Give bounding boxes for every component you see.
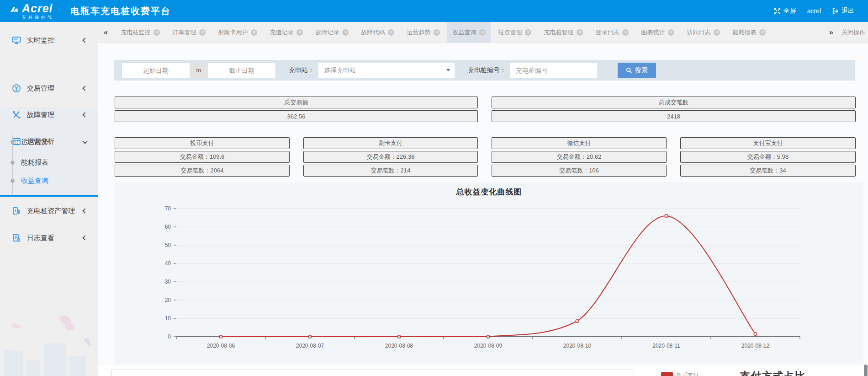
tab-access-log[interactable]: 访问日志× xyxy=(682,22,725,43)
chevron-left-icon xyxy=(82,208,87,213)
sidebar-subitem-operation-trend[interactable]: 运营趋势 xyxy=(0,136,98,148)
top-header: Acrel 安科瑞电气 电瓶车充电桩收费平台 全屏 acrel xyxy=(0,0,868,22)
tab-close-icon[interactable]: × xyxy=(388,29,394,36)
logo-sub-text: 安科瑞电气 xyxy=(22,16,54,20)
tab-close-icon[interactable]: × xyxy=(714,29,720,36)
total-amount-box: 总交易额 362.56 xyxy=(115,97,478,124)
station-select[interactable]: 选择充电站 xyxy=(318,63,455,78)
search-button[interactable]: 搜索 xyxy=(618,63,656,78)
search-icon xyxy=(626,67,632,74)
date-range-picker: to xyxy=(122,63,276,78)
logout-button[interactable]: 退出 xyxy=(828,7,858,15)
pile-number-input[interactable] xyxy=(510,63,598,78)
sidebar-item-fault-mgmt[interactable]: 故障管理 xyxy=(0,108,98,122)
tab-close-icon[interactable]: × xyxy=(342,29,349,36)
legend-swatch-red[interactable] xyxy=(661,372,673,376)
tab-fault-codes[interactable]: 故障代码× xyxy=(356,22,399,43)
tab-station-monitor[interactable]: 充电站监控× xyxy=(116,22,165,43)
start-date-input[interactable] xyxy=(122,63,190,78)
tab-operation-trend[interactable]: 运营趋势× xyxy=(402,22,445,43)
tab-chart-stats[interactable]: 图表统计× xyxy=(636,22,679,43)
end-date-input[interactable] xyxy=(208,63,275,78)
tab-pile-mgmt[interactable]: 充电桩管理× xyxy=(539,22,588,43)
sidebar-item-pile-assets[interactable]: 充电桩资产管理 xyxy=(0,204,98,218)
fault-icon xyxy=(12,110,21,119)
tab-site-mgmt[interactable]: 站点管理× xyxy=(493,22,536,43)
payment-amount: 交易金额：226.36 xyxy=(303,151,478,163)
tab-close-icon[interactable]: × xyxy=(251,29,257,36)
fullscreen-button[interactable]: 全屏 xyxy=(770,7,800,15)
svg-text:2020-08-07: 2020-08-07 xyxy=(296,343,324,349)
select-dropdown-icon[interactable] xyxy=(441,63,455,78)
tab-order-mgmt[interactable]: 订单管理× xyxy=(167,22,211,43)
payment-name: 投币支付 xyxy=(115,137,290,149)
sidebar-item-log-view[interactable]: 日志查看 xyxy=(0,231,98,245)
tab-close-icon[interactable]: × xyxy=(577,29,583,36)
tabs-scroll-left-icon[interactable]: « xyxy=(98,28,113,37)
vertical-scrollbar[interactable] xyxy=(864,365,868,376)
filter-bar: to 充电站： 选择充电站 充电桩编号： 搜索 xyxy=(114,60,855,81)
tab-close-icon[interactable]: × xyxy=(668,29,674,36)
log-icon xyxy=(12,233,21,242)
payment-box-coin: 投币支付 交易金额：109.6 交易笔数：2064 xyxy=(115,137,290,178)
tab-close-icon[interactable]: × xyxy=(153,29,160,36)
sidebar-nav: 实时监控 交易管理 故障管理 运营分析 运营趋势 能耗报表 xyxy=(0,22,98,376)
sidebar-item-realtime-monitor[interactable]: 实时监控 xyxy=(0,33,98,47)
chevron-left-icon xyxy=(82,38,87,43)
logo-main-text: Acrel xyxy=(22,3,54,14)
revenue-line-chart: 0102030405060702020-08-062020-08-072020-… xyxy=(140,204,825,357)
total-count-label: 总成交笔数 xyxy=(492,97,856,108)
svg-text:30: 30 xyxy=(165,279,171,285)
tab-fault-records[interactable]: 故障记录× xyxy=(310,22,354,43)
sidebar-subitem-energy-report[interactable]: 能耗报表 xyxy=(0,156,98,168)
tab-recharge-records[interactable]: 充值记录× xyxy=(265,22,308,43)
tab-revenue-query[interactable]: 收益查询× xyxy=(447,22,491,43)
page-title: 电瓶车充电桩收费平台 xyxy=(70,5,171,17)
tab-close-icon[interactable]: × xyxy=(525,29,531,36)
total-count-box: 总成交笔数 2418 xyxy=(492,97,856,124)
butterfly-decoration xyxy=(10,320,24,332)
revenue-chart-panel: 总收益变化曲线图 0102030405060702020-08-062020-0… xyxy=(115,182,863,364)
payment-count: 交易笔数：106 xyxy=(492,165,667,177)
charging-pile-icon xyxy=(12,206,21,215)
sidebar-item-transaction-mgmt[interactable]: 交易管理 xyxy=(0,81,98,95)
close-operations-button[interactable]: 关闭操作 xyxy=(839,28,868,37)
svg-text:2020-08-06: 2020-08-06 xyxy=(207,343,235,349)
payment-count: 交易笔数：34 xyxy=(680,165,856,177)
sidebar-subitem-revenue-query[interactable]: 收益查询 xyxy=(0,175,98,187)
payment-amount: 交易金额：5.98 xyxy=(680,151,856,163)
tab-rfid-users[interactable]: 射频卡用户× xyxy=(213,22,262,43)
tab-close-icon[interactable]: × xyxy=(199,29,206,36)
total-count-value: 2418 xyxy=(492,110,856,122)
tab-close-icon[interactable]: × xyxy=(296,29,303,36)
butterfly-decoration xyxy=(81,337,95,349)
svg-text:0: 0 xyxy=(168,333,171,340)
pie-chart-placeholder xyxy=(111,370,634,376)
tab-energy-report[interactable]: 能耗报表× xyxy=(727,22,771,43)
payment-amount: 交易金额：20.62 xyxy=(492,151,667,163)
payment-name: 刷卡支付 xyxy=(303,137,478,149)
bullet-dot-icon xyxy=(11,179,15,183)
username[interactable]: acrel xyxy=(804,7,825,15)
tab-close-icon[interactable]: × xyxy=(479,29,486,36)
payment-ratio-panel: 投币支付 支付方式占比 xyxy=(98,366,868,376)
tab-close-icon[interactable]: × xyxy=(622,29,629,36)
station-select-value: 选择充电站 xyxy=(324,66,356,75)
payment-box-wechat: 微信支付 交易金额：20.62 交易笔数：106 xyxy=(492,137,667,178)
date-range-separator: to xyxy=(190,67,208,74)
tab-close-icon[interactable]: × xyxy=(759,29,766,36)
sidebar-decoration xyxy=(0,312,98,376)
butterfly-decoration xyxy=(55,312,80,336)
monitor-icon xyxy=(12,36,21,45)
tabs-scroll-right-icon[interactable]: » xyxy=(824,28,839,37)
logout-icon xyxy=(832,8,839,15)
chevron-left-icon xyxy=(82,235,87,240)
tab-login-log[interactable]: 登录日志× xyxy=(590,22,634,43)
tab-close-icon[interactable]: × xyxy=(434,29,440,36)
bullet-dot-icon xyxy=(11,140,15,144)
legend-label[interactable]: 投币支付 xyxy=(677,371,699,376)
pile-number-label: 充电桩编号： xyxy=(468,66,506,75)
svg-text:10: 10 xyxy=(165,315,171,322)
payment-box-alipay: 支付宝支付 交易金额：5.98 交易笔数：34 xyxy=(680,137,856,178)
total-amount-label: 总交易额 xyxy=(115,97,478,108)
